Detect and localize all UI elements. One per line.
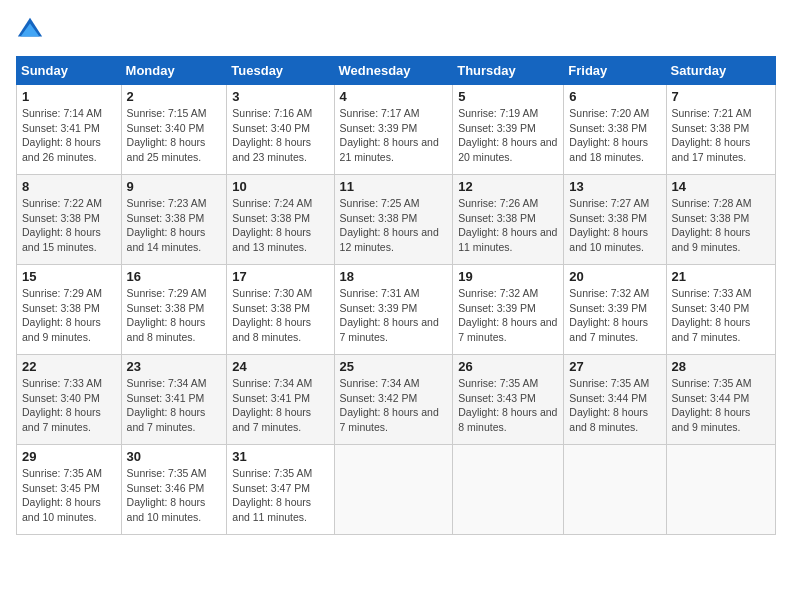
day-number: 22 <box>22 359 116 374</box>
page-header <box>16 16 776 44</box>
calendar-cell: 17Sunrise: 7:30 AMSunset: 3:38 PMDayligh… <box>227 265 334 355</box>
day-info: Sunrise: 7:19 AMSunset: 3:39 PMDaylight:… <box>458 106 558 165</box>
day-number: 16 <box>127 269 222 284</box>
calendar-header-row: SundayMondayTuesdayWednesdayThursdayFrid… <box>17 57 776 85</box>
calendar-cell: 6Sunrise: 7:20 AMSunset: 3:38 PMDaylight… <box>564 85 666 175</box>
day-info: Sunrise: 7:35 AMSunset: 3:45 PMDaylight:… <box>22 466 116 525</box>
day-info: Sunrise: 7:28 AMSunset: 3:38 PMDaylight:… <box>672 196 770 255</box>
day-number: 27 <box>569 359 660 374</box>
day-info: Sunrise: 7:14 AMSunset: 3:41 PMDaylight:… <box>22 106 116 165</box>
calendar-cell: 14Sunrise: 7:28 AMSunset: 3:38 PMDayligh… <box>666 175 775 265</box>
day-number: 12 <box>458 179 558 194</box>
day-number: 15 <box>22 269 116 284</box>
day-info: Sunrise: 7:31 AMSunset: 3:39 PMDaylight:… <box>340 286 448 345</box>
calendar-header-sunday: Sunday <box>17 57 122 85</box>
logo <box>16 16 48 44</box>
day-info: Sunrise: 7:35 AMSunset: 3:44 PMDaylight:… <box>569 376 660 435</box>
day-info: Sunrise: 7:35 AMSunset: 3:47 PMDaylight:… <box>232 466 328 525</box>
day-info: Sunrise: 7:33 AMSunset: 3:40 PMDaylight:… <box>22 376 116 435</box>
day-info: Sunrise: 7:24 AMSunset: 3:38 PMDaylight:… <box>232 196 328 255</box>
calendar-cell: 1Sunrise: 7:14 AMSunset: 3:41 PMDaylight… <box>17 85 122 175</box>
day-number: 14 <box>672 179 770 194</box>
calendar-header-thursday: Thursday <box>453 57 564 85</box>
calendar-cell: 27Sunrise: 7:35 AMSunset: 3:44 PMDayligh… <box>564 355 666 445</box>
calendar-cell: 22Sunrise: 7:33 AMSunset: 3:40 PMDayligh… <box>17 355 122 445</box>
calendar-header-tuesday: Tuesday <box>227 57 334 85</box>
calendar-cell: 21Sunrise: 7:33 AMSunset: 3:40 PMDayligh… <box>666 265 775 355</box>
day-number: 30 <box>127 449 222 464</box>
calendar-header-saturday: Saturday <box>666 57 775 85</box>
calendar-cell: 24Sunrise: 7:34 AMSunset: 3:41 PMDayligh… <box>227 355 334 445</box>
calendar-week-row: 1Sunrise: 7:14 AMSunset: 3:41 PMDaylight… <box>17 85 776 175</box>
day-info: Sunrise: 7:22 AMSunset: 3:38 PMDaylight:… <box>22 196 116 255</box>
day-number: 29 <box>22 449 116 464</box>
calendar-cell: 20Sunrise: 7:32 AMSunset: 3:39 PMDayligh… <box>564 265 666 355</box>
day-info: Sunrise: 7:34 AMSunset: 3:42 PMDaylight:… <box>340 376 448 435</box>
calendar-cell: 26Sunrise: 7:35 AMSunset: 3:43 PMDayligh… <box>453 355 564 445</box>
day-info: Sunrise: 7:26 AMSunset: 3:38 PMDaylight:… <box>458 196 558 255</box>
calendar-cell: 19Sunrise: 7:32 AMSunset: 3:39 PMDayligh… <box>453 265 564 355</box>
calendar-cell <box>453 445 564 535</box>
calendar-cell: 29Sunrise: 7:35 AMSunset: 3:45 PMDayligh… <box>17 445 122 535</box>
day-number: 1 <box>22 89 116 104</box>
calendar-cell: 25Sunrise: 7:34 AMSunset: 3:42 PMDayligh… <box>334 355 453 445</box>
calendar-cell: 28Sunrise: 7:35 AMSunset: 3:44 PMDayligh… <box>666 355 775 445</box>
calendar-cell: 30Sunrise: 7:35 AMSunset: 3:46 PMDayligh… <box>121 445 227 535</box>
day-number: 3 <box>232 89 328 104</box>
day-number: 28 <box>672 359 770 374</box>
calendar-cell: 7Sunrise: 7:21 AMSunset: 3:38 PMDaylight… <box>666 85 775 175</box>
calendar-cell: 13Sunrise: 7:27 AMSunset: 3:38 PMDayligh… <box>564 175 666 265</box>
day-number: 20 <box>569 269 660 284</box>
day-info: Sunrise: 7:25 AMSunset: 3:38 PMDaylight:… <box>340 196 448 255</box>
day-info: Sunrise: 7:29 AMSunset: 3:38 PMDaylight:… <box>22 286 116 345</box>
calendar-week-row: 8Sunrise: 7:22 AMSunset: 3:38 PMDaylight… <box>17 175 776 265</box>
day-number: 25 <box>340 359 448 374</box>
calendar-week-row: 15Sunrise: 7:29 AMSunset: 3:38 PMDayligh… <box>17 265 776 355</box>
calendar-cell: 16Sunrise: 7:29 AMSunset: 3:38 PMDayligh… <box>121 265 227 355</box>
day-number: 9 <box>127 179 222 194</box>
calendar-header-monday: Monday <box>121 57 227 85</box>
calendar-cell: 31Sunrise: 7:35 AMSunset: 3:47 PMDayligh… <box>227 445 334 535</box>
day-info: Sunrise: 7:35 AMSunset: 3:44 PMDaylight:… <box>672 376 770 435</box>
calendar-header-friday: Friday <box>564 57 666 85</box>
day-info: Sunrise: 7:32 AMSunset: 3:39 PMDaylight:… <box>458 286 558 345</box>
day-info: Sunrise: 7:34 AMSunset: 3:41 PMDaylight:… <box>232 376 328 435</box>
day-info: Sunrise: 7:35 AMSunset: 3:43 PMDaylight:… <box>458 376 558 435</box>
calendar-cell: 15Sunrise: 7:29 AMSunset: 3:38 PMDayligh… <box>17 265 122 355</box>
calendar-cell: 11Sunrise: 7:25 AMSunset: 3:38 PMDayligh… <box>334 175 453 265</box>
day-info: Sunrise: 7:29 AMSunset: 3:38 PMDaylight:… <box>127 286 222 345</box>
calendar-body: 1Sunrise: 7:14 AMSunset: 3:41 PMDaylight… <box>17 85 776 535</box>
day-number: 21 <box>672 269 770 284</box>
calendar-week-row: 29Sunrise: 7:35 AMSunset: 3:45 PMDayligh… <box>17 445 776 535</box>
day-number: 11 <box>340 179 448 194</box>
day-info: Sunrise: 7:34 AMSunset: 3:41 PMDaylight:… <box>127 376 222 435</box>
day-info: Sunrise: 7:21 AMSunset: 3:38 PMDaylight:… <box>672 106 770 165</box>
day-number: 10 <box>232 179 328 194</box>
calendar-cell <box>334 445 453 535</box>
day-number: 18 <box>340 269 448 284</box>
calendar-cell: 8Sunrise: 7:22 AMSunset: 3:38 PMDaylight… <box>17 175 122 265</box>
calendar-cell: 5Sunrise: 7:19 AMSunset: 3:39 PMDaylight… <box>453 85 564 175</box>
calendar-header-wednesday: Wednesday <box>334 57 453 85</box>
calendar-cell: 23Sunrise: 7:34 AMSunset: 3:41 PMDayligh… <box>121 355 227 445</box>
logo-icon <box>16 16 44 44</box>
calendar-cell: 4Sunrise: 7:17 AMSunset: 3:39 PMDaylight… <box>334 85 453 175</box>
calendar-cell <box>564 445 666 535</box>
day-number: 8 <box>22 179 116 194</box>
calendar-week-row: 22Sunrise: 7:33 AMSunset: 3:40 PMDayligh… <box>17 355 776 445</box>
day-number: 13 <box>569 179 660 194</box>
day-number: 7 <box>672 89 770 104</box>
day-number: 26 <box>458 359 558 374</box>
day-info: Sunrise: 7:33 AMSunset: 3:40 PMDaylight:… <box>672 286 770 345</box>
calendar-cell: 18Sunrise: 7:31 AMSunset: 3:39 PMDayligh… <box>334 265 453 355</box>
calendar-table: SundayMondayTuesdayWednesdayThursdayFrid… <box>16 56 776 535</box>
calendar-cell: 2Sunrise: 7:15 AMSunset: 3:40 PMDaylight… <box>121 85 227 175</box>
calendar-cell: 9Sunrise: 7:23 AMSunset: 3:38 PMDaylight… <box>121 175 227 265</box>
day-number: 4 <box>340 89 448 104</box>
day-number: 17 <box>232 269 328 284</box>
day-number: 23 <box>127 359 222 374</box>
day-number: 2 <box>127 89 222 104</box>
day-number: 19 <box>458 269 558 284</box>
day-number: 6 <box>569 89 660 104</box>
day-info: Sunrise: 7:30 AMSunset: 3:38 PMDaylight:… <box>232 286 328 345</box>
